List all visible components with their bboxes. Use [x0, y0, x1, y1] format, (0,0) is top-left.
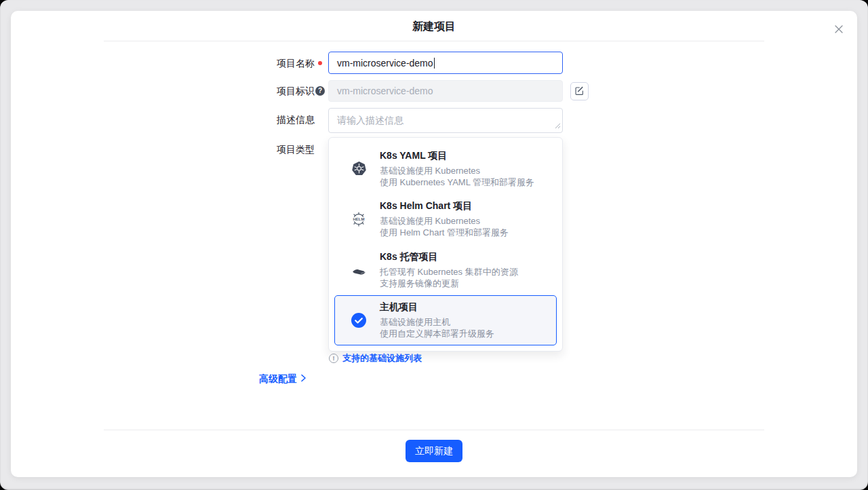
required-dot: [318, 61, 322, 65]
type-desc-1: 托管现有 Kubernetes 集群中的资源: [380, 266, 518, 278]
advanced-config-label: 高级配置: [259, 373, 297, 384]
question-circle-icon: ?: [315, 86, 325, 96]
advanced-config-link[interactable]: 高级配置: [259, 373, 307, 384]
type-desc-2: 支持服务镜像的更新: [380, 278, 518, 289]
type-desc-1: 基础设施使用 Kubernetes: [380, 215, 509, 227]
type-title: K8s 托管项目: [380, 250, 518, 263]
helm-icon: HELM: [351, 211, 367, 227]
new-project-modal: 新建项目 项目名称 vm-microservice-demo 项目标识 ? vm…: [11, 11, 857, 477]
info-circle-icon: !: [329, 354, 338, 363]
hosting-hand-icon: [351, 262, 367, 278]
footer-divider: [104, 430, 764, 430]
close-icon[interactable]: [833, 23, 845, 35]
kubernetes-icon: [351, 161, 367, 176]
type-card-k8s-helm[interactable]: HELM K8s Helm Chart 项目 基础设施使用 Kubernetes…: [334, 194, 557, 245]
project-type-panel: K8s YAML 项目 基础设施使用 Kubernetes 使用 Kuberne…: [328, 137, 563, 352]
type-title: K8s YAML 项目: [380, 149, 534, 162]
app-window: 新建项目 项目名称 vm-microservice-demo 项目标识 ? vm…: [0, 0, 868, 490]
text-caret: [434, 58, 435, 69]
check-circle-icon: [351, 313, 367, 328]
description-label: 描述信息: [277, 114, 315, 125]
project-type-label: 项目类型: [277, 144, 315, 155]
infra-list-link[interactable]: 支持的基础设施列表: [342, 353, 422, 364]
type-desc-2: 使用 Helm Chart 管理和部署服务: [380, 227, 509, 238]
project-name-label: 项目名称: [277, 58, 315, 69]
type-title: 主机项目: [380, 301, 494, 313]
page-title: 新建项目: [11, 21, 857, 32]
type-desc-1: 基础设施使用 Kubernetes: [380, 165, 534, 176]
project-name-value: vm-microservice-demo: [337, 58, 433, 69]
edit-square-icon: [574, 86, 585, 98]
type-desc-2: 使用 Kubernetes YAML 管理和部署服务: [380, 176, 534, 188]
resize-handle-icon[interactable]: [555, 120, 561, 131]
project-slug-placeholder: vm-microservice-demo: [337, 86, 433, 96]
type-card-k8s-yaml[interactable]: K8s YAML 项目 基础设施使用 Kubernetes 使用 Kuberne…: [334, 143, 557, 194]
type-card-k8s-hosted[interactable]: K8s 托管项目 托管现有 Kubernetes 集群中的资源 支持服务镜像的更…: [334, 244, 557, 295]
edit-slug-button[interactable]: [570, 82, 589, 100]
infra-support-row: ! 支持的基础设施列表: [329, 353, 422, 364]
header-divider: [104, 41, 764, 41]
type-card-host[interactable]: 主机项目 基础设施使用主机 使用自定义脚本部署升级服务: [334, 295, 557, 346]
type-desc-2: 使用自定义脚本部署升级服务: [380, 328, 494, 339]
project-name-input[interactable]: vm-microservice-demo: [328, 52, 563, 74]
svg-text:HELM: HELM: [353, 217, 365, 221]
type-title: K8s Helm Chart 项目: [380, 200, 509, 212]
description-placeholder: 请输入描述信息: [337, 115, 403, 126]
chevron-right-icon: [300, 373, 307, 384]
project-slug-label: 项目标识: [277, 86, 315, 96]
description-textarea[interactable]: 请输入描述信息: [328, 108, 563, 133]
create-button[interactable]: 立即新建: [406, 440, 462, 462]
type-desc-1: 基础设施使用主机: [380, 316, 494, 328]
project-slug-input[interactable]: vm-microservice-demo: [328, 80, 563, 102]
